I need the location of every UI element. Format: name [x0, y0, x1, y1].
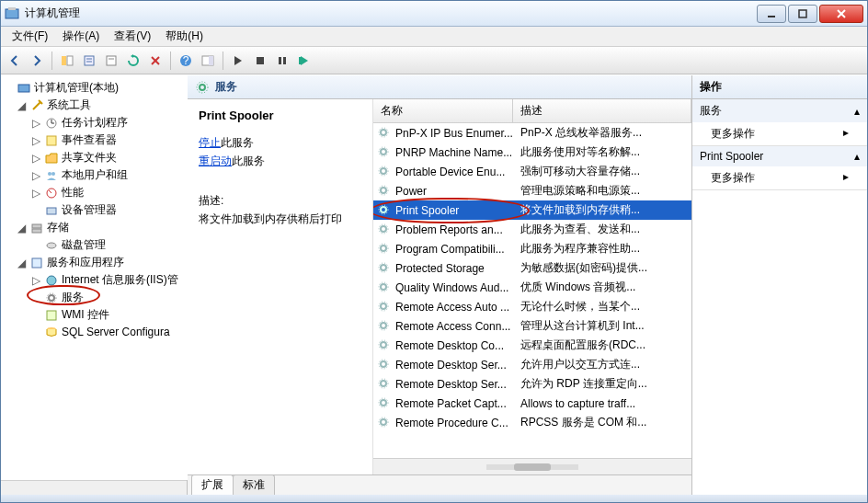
- delete-button[interactable]: [145, 51, 166, 71]
- maximize-button[interactable]: [788, 5, 817, 23]
- svg-rect-27: [47, 136, 56, 145]
- properties-button[interactable]: [79, 51, 99, 71]
- group-label: 服务: [700, 103, 722, 119]
- restart-service-button[interactable]: [294, 51, 314, 71]
- service-name: PnP-X IP Bus Enumer...: [395, 127, 517, 140]
- back-button[interactable]: [5, 51, 25, 71]
- show-hide-tree-button[interactable]: [57, 51, 77, 71]
- tree-root[interactable]: 计算机管理(本地): [1, 79, 188, 97]
- tree-wmi[interactable]: WMI 控件: [1, 306, 188, 324]
- refresh-button[interactable]: [123, 51, 143, 71]
- svg-rect-20: [279, 57, 281, 64]
- tree-event-viewer[interactable]: ▷事件查看器: [1, 131, 188, 149]
- tree-pane[interactable]: 计算机管理(本地) ◢系统工具 ▷任务计划程序 ▷事件查看器 ▷共享文件夹 ▷本…: [1, 75, 188, 480]
- col-desc[interactable]: 描述: [513, 99, 691, 122]
- service-row[interactable]: Remote Access Conn...管理从这台计算机到 Int...: [373, 316, 691, 336]
- menu-file[interactable]: 文件(F): [5, 27, 55, 46]
- menu-action[interactable]: 操作(A): [55, 27, 107, 46]
- service-row[interactable]: Remote Desktop Ser...允许为 RDP 连接重定向...: [373, 374, 691, 394]
- collapse-icon[interactable]: ◢: [16, 99, 27, 112]
- tree-scrollbar[interactable]: [1, 480, 187, 495]
- export-button[interactable]: [101, 51, 121, 71]
- svg-point-44: [381, 130, 386, 135]
- gear-icon: [377, 319, 392, 334]
- toolbar-separator: [170, 51, 171, 70]
- tab-standard[interactable]: 标准: [233, 474, 275, 495]
- folder-icon: [44, 151, 59, 166]
- wmi-icon: [44, 308, 59, 323]
- service-row[interactable]: PnP-X IP Bus Enumer...PnP-X 总线枚举器服务...: [373, 123, 691, 143]
- tree-disk-mgmt[interactable]: 磁盘管理: [1, 236, 188, 254]
- service-desc: 将文件加载到内存供稍...: [517, 202, 688, 218]
- service-row[interactable]: Quality Windows Aud...优质 Windows 音频视...: [373, 278, 691, 297]
- action-pane-button[interactable]: [198, 51, 218, 71]
- service-row[interactable]: Remote Desktop Co...远程桌面配置服务(RDC...: [373, 336, 691, 355]
- tree-task-scheduler[interactable]: ▷任务计划程序: [1, 114, 188, 131]
- tree-services[interactable]: 服务: [1, 289, 188, 306]
- tree-label: 计算机管理(本地): [34, 80, 119, 96]
- service-row[interactable]: Remote Access Auto ...无论什么时候，当某个...: [373, 297, 691, 316]
- group-header-services[interactable]: 服务▴: [692, 99, 867, 122]
- tree-sql[interactable]: SQL Server Configura: [1, 324, 188, 340]
- service-row[interactable]: Power管理电源策略和电源策...: [373, 181, 691, 200]
- center-header: 服务: [188, 75, 691, 99]
- tree-system-tools[interactable]: ◢系统工具: [1, 97, 188, 114]
- action-more-1[interactable]: 更多操作▸: [692, 122, 867, 145]
- menu-view[interactable]: 查看(V): [107, 27, 158, 46]
- start-service-button[interactable]: [228, 51, 248, 71]
- close-button[interactable]: [819, 5, 863, 23]
- list-rows[interactable]: PnP-X IP Bus Enumer...PnP-X 总线枚举器服务...PN…: [373, 123, 691, 458]
- service-row[interactable]: Portable Device Enu...强制可移动大容量存储...: [373, 162, 691, 181]
- service-row[interactable]: Print Spooler将文件加载到内存供稍...: [373, 200, 691, 220]
- service-row[interactable]: Program Compatibili...此服务为程序兼容性助...: [373, 239, 691, 258]
- expand-icon[interactable]: ▷: [30, 134, 41, 147]
- gear-icon: [377, 165, 392, 179]
- stop-service-button[interactable]: [250, 51, 270, 71]
- menu-help[interactable]: 帮助(H): [158, 27, 211, 46]
- expand-icon[interactable]: ▷: [30, 169, 41, 182]
- services-apps-icon: [29, 256, 44, 270]
- expand-icon[interactable]: ▷: [30, 274, 41, 287]
- expand-icon[interactable]: ▷: [30, 152, 41, 165]
- sql-icon: [44, 325, 59, 339]
- minimize-button[interactable]: [757, 5, 786, 23]
- collapse-icon[interactable]: ◢: [16, 257, 27, 269]
- service-desc: PnP-X 总线枚举器服务...: [517, 125, 688, 141]
- service-row[interactable]: Protected Storage为敏感数据(如密码)提供...: [373, 258, 691, 278]
- storage-icon: [29, 221, 44, 235]
- gear-icon: [377, 126, 392, 141]
- tree-performance[interactable]: ▷性能: [1, 184, 188, 201]
- tree-label: 磁盘管理: [62, 237, 106, 253]
- tree-local-users[interactable]: ▷本地用户和组: [1, 166, 188, 184]
- group-header-selected[interactable]: Print Spooler▴: [692, 146, 867, 166]
- pause-service-button[interactable]: [272, 51, 292, 71]
- tab-extended[interactable]: 扩展: [191, 474, 234, 495]
- horizontal-scrollbar[interactable]: [373, 458, 691, 474]
- gear-icon: [377, 358, 392, 372]
- svg-rect-0: [6, 9, 18, 18]
- service-row[interactable]: Problem Reports an...此服务为查看、发送和...: [373, 220, 691, 239]
- service-row[interactable]: Remote Desktop Ser...允许用户以交互方式连...: [373, 355, 691, 374]
- service-row[interactable]: PNRP Machine Name...此服务使用对等名称解...: [373, 143, 691, 162]
- svg-text:?: ?: [183, 54, 189, 67]
- help-button[interactable]: ?: [176, 51, 196, 71]
- tree-iis[interactable]: ▷Internet 信息服务(IIS)管: [1, 271, 188, 289]
- action-more-2[interactable]: 更多操作▸: [692, 166, 867, 189]
- collapse-icon[interactable]: ◢: [16, 222, 27, 234]
- service-row[interactable]: Remote Procedure C...RPCSS 服务是 COM 和...: [373, 413, 691, 432]
- stop-link[interactable]: 停止: [199, 136, 221, 149]
- service-row[interactable]: Remote Packet Capt...Allows to capture t…: [373, 394, 691, 413]
- expand-icon[interactable]: ▷: [30, 187, 41, 200]
- expand-icon[interactable]: ▷: [30, 117, 41, 130]
- tree-shared-folders[interactable]: ▷共享文件夹: [1, 149, 188, 166]
- forward-button[interactable]: [27, 51, 47, 71]
- action-group-selected: Print Spooler▴ 更多操作▸: [692, 146, 867, 190]
- service-name: Remote Desktop Ser...: [395, 359, 517, 372]
- svg-point-52: [381, 207, 386, 212]
- tree-device-manager[interactable]: 设备管理器: [1, 201, 188, 219]
- restart-link[interactable]: 重启动: [199, 154, 232, 167]
- tree-storage[interactable]: ◢存储: [1, 219, 188, 236]
- tree-services-apps[interactable]: ◢服务和应用程序: [1, 254, 188, 271]
- service-desc: 远程桌面配置服务(RDC...: [517, 337, 688, 353]
- col-name[interactable]: 名称: [373, 99, 513, 122]
